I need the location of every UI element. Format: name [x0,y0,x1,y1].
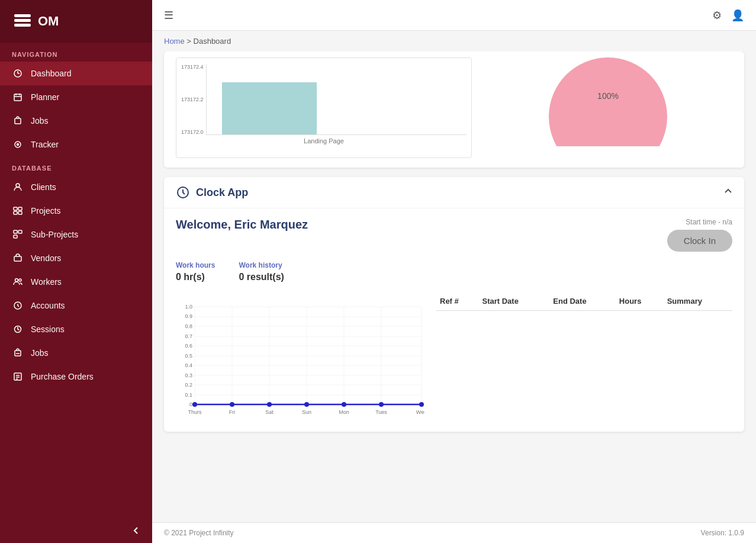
bottom-charts-row: 1.0 0.9 0.8 0.7 0.6 0.5 0.4 0.3 0.2 0.1 … [176,292,732,422]
svg-point-20 [15,279,18,282]
y-label-1: 173172.2 [181,97,204,102]
sidebar-item-jobs2[interactable]: Jobs [0,341,152,365]
nav-section-database: DATABASE [0,156,152,175]
sidebar-item-clients-label: Clients [31,182,56,192]
svg-rect-12 [14,207,17,210]
jobs2-icon [12,347,24,359]
svg-text:0.3: 0.3 [185,372,192,378]
logo-icon [12,11,33,32]
svg-rect-4 [14,94,21,101]
sidebar-item-vendors-label: Vendors [31,253,61,263]
sidebar-item-jobs-label: Jobs [31,116,49,126]
y-label-2: 173172.4 [181,64,204,70]
topbar-right [712,9,744,22]
welcome-message: Welcome, Eric Marquez [176,218,308,232]
menu-toggle-button[interactable] [164,9,173,22]
sidebar-item-dashboard-label: Dashboard [31,69,72,78]
tracker-icon [12,139,24,150]
purchaseorders-icon [12,371,24,383]
line-chart-area: 1.0 0.9 0.8 0.7 0.6 0.5 0.4 0.3 0.2 0.1 … [176,292,424,422]
sessions-icon [12,323,24,335]
y-label-0: 173172.0 [181,129,204,135]
sidebar-item-projects[interactable]: Projects [0,199,152,223]
work-history-table: Ref # Start Date End Date Hours Summary [436,292,732,311]
jobs-icon [12,115,24,127]
sidebar-item-clients[interactable]: Clients [0,175,152,199]
svg-text:Wed: Wed [416,409,424,415]
accounts-icon [12,300,24,311]
svg-rect-18 [14,235,17,238]
breadcrumb-current: Dashboard [194,37,231,46]
top-charts-card: 173172.0 173172.2 173172.4 Landing Page [164,52,744,168]
bar-chart-y-axis: 173172.0 173172.2 173172.4 [181,64,206,135]
breadcrumb-home[interactable]: Home [164,37,185,46]
sidebar-item-sessions[interactable]: Sessions [0,317,152,341]
sidebar-item-subprojects[interactable]: Sub-Projects [0,223,152,246]
svg-rect-8 [15,118,21,124]
sidebar-item-jobs2-label: Jobs [31,348,49,358]
svg-rect-19 [14,256,21,261]
work-history-block: Work history 0 result(s) [239,261,284,282]
sidebar-item-projects-label: Projects [31,206,61,216]
table-header-start-date: Start Date [478,292,549,311]
line-chart-dot-3 [304,402,309,407]
sidebar: OM NAVIGATION Dashboard Planner Jobs Tra… [0,0,152,543]
sidebar-item-tracker[interactable]: Tracker [0,133,152,156]
clock-app-collapse-button[interactable] [724,187,732,198]
sidebar-item-planner[interactable]: Planner [0,85,152,109]
welcome-section: Welcome, Eric Marquez [176,218,308,232]
clock-top-row: Welcome, Eric Marquez Start time - n/a C… [176,218,732,252]
sidebar-item-sessions-label: Sessions [31,324,65,334]
sidebar-item-subprojects-label: Sub-Projects [31,230,78,239]
line-chart-dot-4 [342,402,346,407]
footer-copyright: © 2021 Project Infinity [164,529,234,537]
sidebar-item-accounts[interactable]: Accounts [0,294,152,317]
sidebar-item-vendors[interactable]: Vendors [0,246,152,270]
table-header-ref: Ref # [436,292,478,311]
line-chart-dot-0 [192,402,197,407]
svg-text:0.1: 0.1 [185,392,192,398]
clock-app-header: Clock App [164,177,744,208]
svg-text:Sat: Sat [265,409,274,415]
clock-in-button[interactable]: Clock In [667,230,732,252]
work-stats-row: Work hours 0 hr(s) Work history 0 result… [176,261,732,282]
sidebar-logo: OM [0,0,152,43]
svg-text:Fri: Fri [229,409,236,415]
planner-icon [12,91,24,103]
svg-text:1.0: 1.0 [185,304,192,310]
svg-text:0.2: 0.2 [185,382,192,388]
vendors-icon [12,252,24,264]
bar-chart-container: 173172.0 173172.2 173172.4 Landing Page [176,57,472,158]
breadcrumb-separator: > [186,37,191,46]
svg-text:0.9: 0.9 [185,313,192,319]
svg-point-10 [17,144,19,146]
work-hours-block: Work hours 0 hr(s) [176,261,215,282]
svg-rect-15 [18,211,22,214]
breadcrumb: Home > Dashboard [152,31,756,52]
sidebar-collapse-button[interactable] [0,518,152,543]
svg-rect-13 [18,207,22,210]
clock-app-title-row: Clock App [176,185,248,200]
subprojects-icon [12,229,24,240]
svg-text:0.5: 0.5 [185,353,192,359]
sidebar-item-tracker-label: Tracker [31,140,59,149]
table-header-summary: Summary [664,292,732,311]
start-time-label: Start time - n/a [686,218,732,226]
bar-chart: 173172.0 173172.2 173172.4 [181,64,467,135]
bar-chart-bar [222,82,317,134]
settings-button[interactable] [712,9,722,22]
sidebar-item-jobs[interactable]: Jobs [0,109,152,133]
nav-section-navigation: NAVIGATION [0,43,152,62]
sidebar-item-dashboard[interactable]: Dashboard [0,62,152,85]
pie-label: 100% [597,91,619,101]
pie-chart-area: 100% [484,57,732,140]
sidebar-item-purchaseorders[interactable]: Purchase Orders [0,365,152,388]
clients-icon [12,181,24,193]
svg-rect-14 [14,211,17,214]
sidebar-item-purchaseorders-label: Purchase Orders [31,372,94,381]
work-history-value: 0 result(s) [239,272,284,282]
svg-rect-1 [14,19,31,22]
sidebar-item-workers[interactable]: Workers [0,270,152,294]
clock-app-body: Welcome, Eric Marquez Start time - n/a C… [164,208,744,432]
user-profile-button[interactable] [731,9,744,22]
